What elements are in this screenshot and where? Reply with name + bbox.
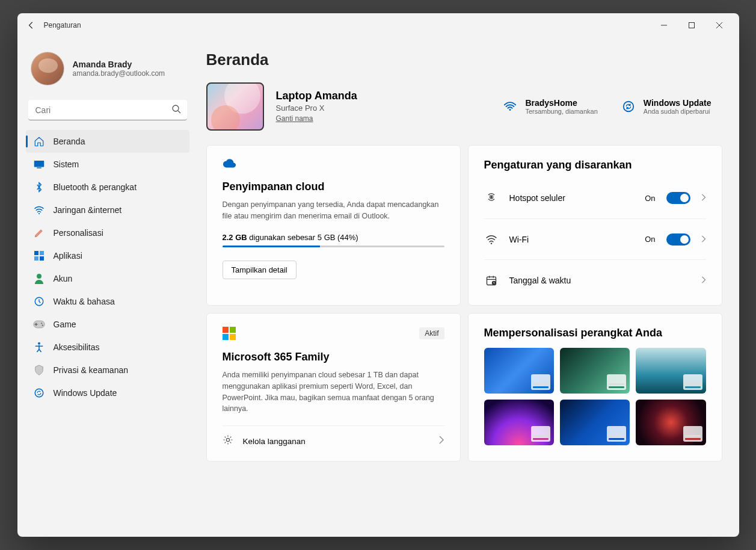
bluetooth-icon <box>33 181 45 193</box>
nav-item-brush[interactable]: Personalisasi <box>26 221 189 244</box>
nav-item-system[interactable]: Sistem <box>26 153 189 176</box>
nav-item-label: Sistem <box>54 159 79 169</box>
user-email: amanda.brady@outlook.com <box>73 69 165 78</box>
header-wifi[interactable]: BradysHome Tersambung, diamankan <box>502 98 597 115</box>
main-content: Beranda Laptop Amanda Surface Pro X Gant… <box>198 37 739 537</box>
nav-item-home[interactable]: Beranda <box>26 130 189 153</box>
clock-icon <box>33 295 45 307</box>
toggle-state: On <box>645 194 655 203</box>
nav-list: BerandaSistemBluetooth & perangkatJaring… <box>26 130 189 404</box>
cloud-title: Penyimpanan cloud <box>223 181 444 193</box>
theme-option[interactable] <box>636 400 705 445</box>
device-thumbnail[interactable] <box>206 82 264 131</box>
maximize-button[interactable] <box>678 16 705 34</box>
svg-point-14 <box>41 323 42 324</box>
toggle-state: On <box>645 235 655 244</box>
sidebar: Amanda Brady amanda.brady@outlook.com Be… <box>17 37 198 537</box>
nav-item-clock[interactable]: Waktu & bahasa <box>26 290 189 313</box>
svg-line-3 <box>178 111 180 113</box>
nav-item-label: Waktu & bahasa <box>54 297 115 306</box>
nav-item-label: Aplikasi <box>54 251 82 261</box>
nav-item-access[interactable]: Aksesibilitas <box>26 336 189 359</box>
cloud-progress <box>223 246 444 247</box>
theme-option[interactable] <box>560 400 630 445</box>
wifi-icon <box>33 204 45 216</box>
page-title: Beranda <box>206 51 722 69</box>
nav-item-shield[interactable]: Privasi & keamanan <box>26 359 189 382</box>
system-icon <box>33 158 45 170</box>
search-icon <box>171 104 181 116</box>
brush-icon <box>33 227 45 239</box>
cloud-detail-button[interactable]: Tampilkan detail <box>223 261 297 279</box>
m365-text: Anda memiliki penyimpanan cloud sebesar … <box>223 369 444 415</box>
update-icon <box>33 387 45 399</box>
theme-option[interactable] <box>484 400 554 445</box>
rec-item-icon <box>484 274 499 286</box>
nav-item-apps[interactable]: Aplikasi <box>26 244 189 267</box>
close-button[interactable] <box>705 16 733 34</box>
search-input[interactable] <box>28 100 187 120</box>
rec-item-label: Hotspot seluler <box>509 193 635 203</box>
shield-icon <box>33 364 45 376</box>
nav-item-label: Windows Update <box>54 388 117 398</box>
game-icon <box>33 318 45 330</box>
m365-title: Microsoft 365 Family <box>223 351 444 363</box>
nav-item-label: Jaringan &internet <box>54 205 122 215</box>
svg-rect-7 <box>34 251 38 255</box>
nav-item-label: Game <box>54 320 76 329</box>
theme-option[interactable] <box>484 348 554 394</box>
theme-chip <box>607 374 626 390</box>
microsoft-logo-icon <box>223 327 236 340</box>
arrow-left-icon <box>27 21 35 29</box>
svg-point-6 <box>38 213 39 214</box>
m365-manage-row[interactable]: Kelola langganan <box>223 425 444 448</box>
svg-point-2 <box>173 105 179 111</box>
nav-item-person[interactable]: Akun <box>26 267 189 290</box>
svg-point-17 <box>35 389 43 397</box>
settings-window: Pengaturan Amanda Brady amanda.brady@out… <box>17 13 739 537</box>
window-title: Pengaturan <box>44 21 81 29</box>
svg-point-15 <box>41 325 43 326</box>
header-update[interactable]: Windows Update Anda sudah diperbarui <box>621 98 711 115</box>
nav-item-label: Personalisasi <box>54 228 103 238</box>
profile-block[interactable]: Amanda Brady amanda.brady@outlook.com <box>31 52 185 85</box>
m365-status-badge: Aktif <box>419 327 444 339</box>
personalize-title: Mempersonalisasi perangkat Anda <box>484 327 706 339</box>
nav-item-update[interactable]: Windows Update <box>26 382 189 404</box>
rec-item-icon <box>484 235 499 244</box>
wifi-name: BradysHome <box>525 98 597 108</box>
user-name: Amanda Brady <box>73 60 165 69</box>
home-icon <box>33 135 45 147</box>
cloud-text: Dengan penyimpanan yang tersedia, Anda d… <box>223 199 444 222</box>
toggle-switch[interactable] <box>666 192 690 204</box>
nav-item-game[interactable]: Game <box>26 313 189 336</box>
rec-item-icon <box>484 192 499 204</box>
recommended-item[interactable]: Tanggal & waktu <box>484 259 706 300</box>
minimize-button[interactable] <box>650 16 678 34</box>
svg-rect-5 <box>37 167 41 168</box>
device-name: Laptop Amanda <box>276 90 357 102</box>
svg-point-24 <box>226 438 229 441</box>
svg-rect-10 <box>40 256 44 261</box>
m365-manage-label: Kelola langganan <box>243 437 429 446</box>
nav-item-label: Beranda <box>54 137 85 146</box>
svg-point-16 <box>38 342 40 345</box>
recommended-item[interactable]: Wi-FiOn <box>484 218 706 259</box>
theme-option[interactable] <box>636 348 705 394</box>
wifi-status: Tersambung, diamankan <box>525 108 597 115</box>
nav-item-label: Bluetooth & perangkat <box>54 182 137 192</box>
personalize-card: Mempersonalisasi perangkat Anda <box>468 313 722 462</box>
update-title: Windows Update <box>644 98 711 108</box>
recommended-item[interactable]: Hotspot selulerOn <box>484 178 706 218</box>
svg-point-19 <box>624 102 634 112</box>
avatar <box>31 52 64 85</box>
nav-item-bluetooth[interactable]: Bluetooth & perangkat <box>26 176 189 199</box>
svg-rect-4 <box>34 161 44 167</box>
nav-item-wifi[interactable]: Jaringan &internet <box>26 199 189 221</box>
back-button[interactable] <box>23 17 39 33</box>
theme-option[interactable] <box>560 348 630 394</box>
toggle-switch[interactable] <box>666 233 690 246</box>
update-icon <box>621 99 636 114</box>
svg-rect-9 <box>34 256 38 261</box>
device-rename-link[interactable]: Ganti nama <box>276 114 313 123</box>
